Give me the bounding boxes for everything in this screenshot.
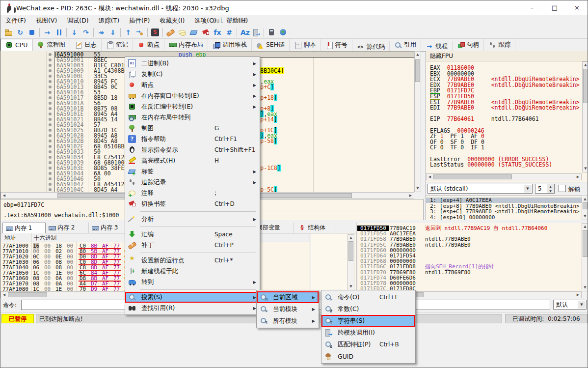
dump-byte[interactable]: 70 bbox=[80, 286, 86, 291]
menu-item-goto-memmap[interactable]: 在内存布局中转到 bbox=[125, 112, 260, 123]
breakpoint-dot-icon[interactable] bbox=[49, 177, 52, 180]
menu-item-mag-constant[interactable]: #常数(C) bbox=[321, 303, 415, 315]
step-over-button[interactable]: ↷ bbox=[80, 27, 92, 38]
dump-byte[interactable]: AF bbox=[102, 286, 108, 291]
tab-threads[interactable]: →线程 bbox=[421, 41, 453, 53]
comments-button[interactable] bbox=[176, 27, 188, 38]
registers-vscrollbar[interactable]: ▲▼ bbox=[582, 61, 588, 172]
stack-vscrollbar[interactable]: ▲▼ bbox=[582, 223, 588, 291]
menubar-item[interactable]: 追踪(T) bbox=[94, 15, 124, 27]
minimize-button[interactable]: – bbox=[521, 0, 543, 15]
breakpoint-dot-icon[interactable] bbox=[49, 150, 52, 153]
breakpoint-dot-icon[interactable] bbox=[49, 113, 52, 115]
tab-memmap[interactable]: 内存布局 bbox=[164, 39, 208, 51]
stack-row[interactable]: 0171FD7077B69F80ntdll.77B69F80 bbox=[357, 270, 588, 275]
menu-item-instr-help[interactable]: ?指令帮助Ctrl+F1 bbox=[125, 134, 260, 144]
menu-item-new-thread[interactable]: 新建线程于此 bbox=[125, 266, 260, 277]
menu-item-mag-string[interactable]: ”字符串(S) bbox=[321, 315, 415, 327]
step-out-button[interactable]: ↑ bbox=[122, 27, 134, 38]
breakpoint-dot-icon[interactable] bbox=[49, 167, 52, 170]
breakpoint-dot-icon[interactable] bbox=[49, 183, 52, 186]
menu-item-analyze[interactable]: 分析▶ bbox=[125, 214, 260, 225]
stepper-arrows-icon[interactable]: ▲▼ bbox=[547, 184, 554, 193]
menu-item-copy[interactable]: 复制(C)▶ bbox=[125, 69, 260, 80]
dump-byte[interactable]: 1C bbox=[33, 286, 39, 291]
menu-item-guid[interactable]: GUID bbox=[321, 350, 415, 362]
labels-button[interactable] bbox=[188, 27, 200, 38]
chevron-down-icon[interactable]: ▼ bbox=[578, 301, 586, 309]
disasm-vscrollbar[interactable]: ▲▼ bbox=[414, 51, 421, 192]
tab-log[interactable]: 日志 bbox=[70, 39, 102, 51]
tab-breakpoints[interactable]: 断点 bbox=[133, 39, 164, 51]
breakpoint-dot-icon[interactable] bbox=[49, 75, 52, 78]
tab-handles[interactable]: 句柄 bbox=[453, 39, 484, 51]
tab-graph[interactable]: 流程图 bbox=[32, 39, 70, 51]
tab-script[interactable]: 脚本 bbox=[290, 39, 321, 51]
breakpoint-dot-icon[interactable] bbox=[49, 161, 52, 164]
modules-button[interactable] bbox=[250, 27, 262, 38]
tab-references[interactable]: 引用 bbox=[390, 39, 421, 51]
step-into-button[interactable]: ↓ bbox=[68, 27, 80, 38]
menu-item-mag-region[interactable]: □当前区域▶ bbox=[257, 291, 319, 303]
hide-fpu-button[interactable]: 隐藏FPU bbox=[426, 51, 588, 61]
menu-item-graph[interactable]: 制图G bbox=[125, 123, 260, 134]
breakpoint-dot-icon[interactable] bbox=[49, 91, 52, 94]
breakpoint-dot-icon[interactable] bbox=[49, 145, 52, 148]
dock-tab-struct[interactable]: §结构体 bbox=[296, 223, 336, 233]
breakpoint-dot-icon[interactable] bbox=[49, 140, 52, 142]
breakpoint-dot-icon[interactable] bbox=[49, 96, 52, 99]
menu-item-goto-disasm[interactable]: 在反汇编中转到(E)▶ bbox=[125, 101, 260, 112]
dump-byte[interactable]: 00 bbox=[44, 286, 51, 291]
dock-tab-mem[interactable]: 内存 2 bbox=[46, 223, 89, 233]
breakpoint-dot-icon[interactable] bbox=[49, 156, 52, 159]
menu-item-search[interactable]: 搜索(S)▶ bbox=[125, 292, 260, 303]
menu-item-instr-tip[interactable]: 显示指令提示Ctrl+Shift+F1 bbox=[125, 144, 260, 155]
breakpoint-dot-icon[interactable] bbox=[49, 172, 52, 175]
calling-convention-select[interactable]: 默认 (stdcall) ▼ bbox=[428, 184, 533, 194]
dump-byte[interactable]: 77 bbox=[113, 286, 120, 291]
tab-notes[interactable]: 笔记 bbox=[102, 39, 133, 51]
register-line[interactable]: CF 0 TF 0 IF 1 bbox=[430, 144, 484, 150]
breakpoint-dot-icon[interactable] bbox=[49, 123, 52, 126]
menu-item-comment[interactable]: 注释; bbox=[125, 188, 260, 198]
menu-item-breakpoint[interactable]: 断点▶ bbox=[125, 80, 260, 90]
tab-trace[interactable]: 跟踪 bbox=[484, 39, 515, 51]
dock-tab-mem[interactable]: 内存 1 bbox=[2, 223, 46, 233]
run-to-user-code-button[interactable]: ⇓ bbox=[107, 27, 119, 38]
menu-item-bookmark[interactable]: 切换书签Ctrl+D bbox=[125, 198, 260, 209]
breakpoint-dot-icon[interactable] bbox=[49, 188, 52, 191]
menu-item-new-origin[interactable]: *设置新的运行点Ctrl+* bbox=[125, 255, 260, 266]
pause-button[interactable] bbox=[53, 27, 65, 38]
patch-button[interactable] bbox=[164, 27, 176, 38]
tab-callstack[interactable]: 调用堆栈 bbox=[208, 39, 252, 51]
watch-vscrollbar[interactable]: ▲▼ bbox=[347, 234, 354, 290]
menu-item-mag-command[interactable]: >命令(O)Ctrl+F bbox=[321, 291, 415, 303]
command-history-select[interactable]: 默认 ▼ bbox=[553, 300, 587, 310]
scylla-button[interactable]: S bbox=[149, 27, 161, 38]
menu-item-mag-all[interactable]: *所有模块▶ bbox=[257, 315, 319, 327]
breakpoint-dot-icon[interactable] bbox=[49, 134, 52, 137]
options-globe-button[interactable] bbox=[277, 27, 289, 38]
breakpoint-dot-icon[interactable] bbox=[49, 85, 52, 88]
attach-button[interactable] bbox=[134, 27, 146, 38]
menubar-item[interactable]: 视图(V) bbox=[31, 15, 62, 27]
stack-row[interactable]: 0171FD6C0171FDD8指向SEH_Record[1]的指针 bbox=[357, 264, 588, 269]
maximize-button[interactable]: □ bbox=[543, 0, 566, 15]
hash-button[interactable]: # bbox=[223, 27, 235, 38]
chevron-down-icon[interactable]: ▼ bbox=[524, 185, 532, 193]
menu-item-pattern[interactable]: ≡匹配特征(P)Ctrl+B bbox=[321, 339, 415, 350]
menu-item-goto-memory[interactable]: 在内存窗口中转到(E)▶ bbox=[125, 90, 260, 101]
bookmarks-button[interactable] bbox=[200, 27, 212, 38]
register-line[interactable]: LastStatus 00000000 (STATUS_SUCCESS) bbox=[430, 162, 552, 168]
functions-button[interactable]: fx bbox=[212, 27, 223, 38]
menubar-item[interactable]: 文件(F) bbox=[0, 15, 31, 27]
menu-item-patch[interactable]: 补丁Ctrl+P bbox=[125, 240, 260, 251]
restart-button[interactable]: ↻ bbox=[14, 27, 26, 38]
menu-item-goto[interactable]: 转到▶ bbox=[125, 277, 260, 287]
close-button[interactable]: × bbox=[566, 0, 588, 15]
argument-line[interactable]: 3: [esp+C] 77B9ABE0 <ntdll.DbgUiRemoteBr… bbox=[430, 209, 580, 214]
unlock-checkbox[interactable]: 解锁 bbox=[559, 185, 580, 194]
registers-hscrollbar[interactable]: ◀▶ bbox=[426, 173, 582, 180]
breakpoint-dot-icon[interactable] bbox=[49, 80, 52, 83]
register-line[interactable]: EIP 77B64061 ntdll.77B64061 bbox=[430, 116, 539, 122]
